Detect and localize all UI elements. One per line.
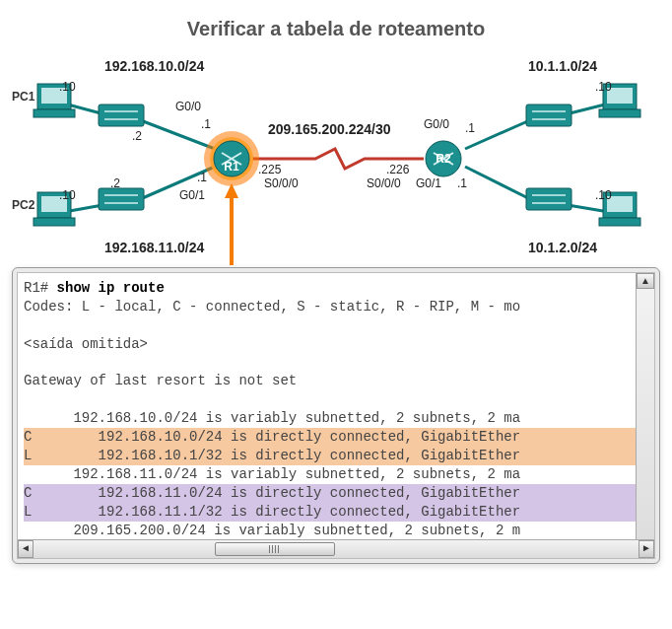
- sw1-ip: .2: [132, 129, 142, 143]
- router-r2-label: R2: [436, 152, 451, 166]
- vertical-scrollbar[interactable]: ▲ ▼: [636, 273, 654, 558]
- net-wan: 209.165.200.224/30: [268, 121, 391, 137]
- scroll-right-icon[interactable]: ►: [638, 540, 654, 558]
- scroll-thumb[interactable]: [215, 542, 335, 556]
- svg-rect-27: [599, 218, 640, 226]
- svg-rect-12: [99, 105, 144, 126]
- terminal-line-highlight: L 192.168.10.1/32 is directly connected,…: [24, 447, 654, 465]
- terminal-line: <saída omitida>: [24, 336, 148, 352]
- scroll-up-icon[interactable]: ▲: [637, 273, 654, 289]
- svg-rect-21: [34, 218, 75, 226]
- r1-g01-ip: .1: [197, 171, 207, 184]
- terminal-prompt: R1#: [24, 280, 57, 296]
- svg-rect-24: [599, 109, 640, 117]
- svg-rect-14: [526, 105, 571, 126]
- net-top-left: 192.168.10.0/24: [104, 58, 204, 74]
- terminal-window: R1# show ip route Codes: L - local, C - …: [12, 267, 660, 564]
- net-top-right: 10.1.1.0/24: [528, 58, 597, 74]
- sw2-ip: .2: [110, 176, 120, 190]
- r1-g00-ip: .1: [201, 117, 211, 131]
- network-topology-diagram: R1 R2 192.168.10.0/24 192.168.11.0/24 20…: [0, 50, 672, 267]
- net-bot-left: 192.168.11.0/24: [104, 240, 204, 255]
- terminal-line: 192.168.10.0/24 is variably subnetted, 2…: [24, 410, 520, 426]
- pc2-label: PC2: [12, 198, 34, 212]
- r1-s000: S0/0/0: [264, 176, 299, 190]
- r2-g00-ip: .1: [465, 121, 475, 135]
- r2-g01-ip: .1: [457, 176, 467, 190]
- terminal-line: Codes: L - local, C - connected, S - sta…: [24, 299, 520, 314]
- svg-line-7: [465, 167, 532, 200]
- terminal-line-highlight: C 192.168.10.0/24 is directly connected,…: [24, 428, 654, 447]
- r2-g00: G0/0: [424, 117, 449, 131]
- page-title: Verificar a tabela de roteamento: [0, 0, 672, 50]
- pc2-ip: .10: [59, 188, 76, 202]
- scroll-left-icon[interactable]: ◄: [18, 540, 34, 558]
- r2-s000-ip: .226: [386, 163, 409, 176]
- net-bot-right: 10.1.2.0/24: [528, 240, 597, 255]
- svg-rect-18: [34, 109, 75, 117]
- terminal-line-highlight: L 192.168.11.1/32 is directly connected,…: [24, 503, 654, 522]
- terminal-line: 192.168.11.0/24 is variably subnetted, 2…: [24, 466, 520, 482]
- horizontal-scrollbar[interactable]: ◄ ►: [18, 539, 654, 558]
- terminal-line-highlight: C 192.168.11.0/24 is directly connected,…: [24, 484, 654, 503]
- pc4-ip: .10: [595, 188, 612, 202]
- r1-g01: G0/1: [179, 188, 205, 202]
- svg-rect-15: [526, 188, 571, 210]
- terminal-command: show ip route: [57, 280, 165, 296]
- terminal-output: R1# show ip route Codes: L - local, C - …: [18, 273, 654, 539]
- r1-s000-ip: .225: [258, 163, 281, 176]
- terminal-line: Gateway of last resort is not set: [24, 373, 297, 388]
- terminal-line: 209.165.200.0/24 is variably subnetted, …: [24, 523, 520, 538]
- pc1-label: PC1: [12, 90, 34, 104]
- r1-g00: G0/0: [175, 100, 201, 113]
- svg-rect-13: [99, 188, 144, 210]
- r2-g01: G0/1: [416, 176, 441, 190]
- pc1-ip: .10: [59, 80, 76, 94]
- router-r1-label: R1: [224, 160, 239, 174]
- svg-line-5: [465, 119, 532, 149]
- diagram-svg: R1 R2: [0, 50, 672, 267]
- r2-s000: S0/0/0: [367, 176, 401, 190]
- pc3-ip: .10: [595, 80, 612, 94]
